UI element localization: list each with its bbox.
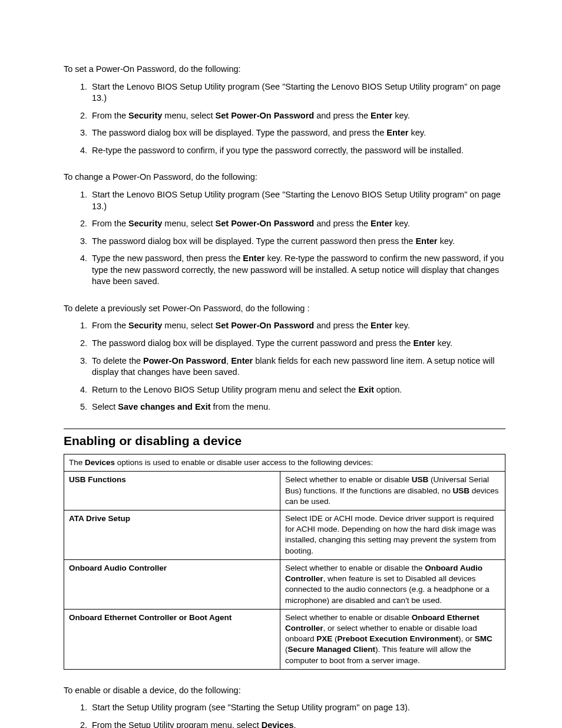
devices-table-body: USB FunctionsSelect whether to enable or… [64, 472, 505, 670]
page: To set a Power-On Password, do the follo… [0, 0, 562, 728]
device-desc-cell: Select whether to enable or disable the … [280, 559, 505, 609]
list-item: The password dialog box will be displaye… [90, 338, 505, 350]
enable-device-list: Start the Setup Utility program (see "St… [64, 702, 505, 728]
table-row: ATA Drive SetupSelect IDE or ACHI mode. … [64, 510, 505, 560]
list-item: Start the Setup Utility program (see "St… [90, 702, 505, 714]
section-heading: Enabling or disabling a device [64, 433, 505, 449]
device-desc-cell: Select whether to enable or disable Onbo… [280, 609, 505, 669]
change-password-list: Start the Lenovo BIOS Setup Utility prog… [64, 189, 505, 288]
device-name-cell: Onboard Ethernet Controller or Boot Agen… [64, 609, 280, 669]
section-rule [64, 429, 505, 429]
list-item: From the Setup Utility program menu, sel… [90, 720, 505, 728]
enable-device-intro: To enable or disable a device, do the fo… [64, 685, 505, 697]
list-item: Re-type the password to confirm, if you … [90, 145, 505, 157]
delete-password-intro: To delete a previously set Power-On Pass… [64, 303, 505, 315]
list-item: The password dialog box will be displaye… [90, 236, 505, 248]
device-name-cell: USB Functions [64, 472, 280, 510]
list-item: From the Security menu, select Set Power… [90, 218, 505, 230]
table-header: The Devices options is used to enable or… [64, 454, 505, 472]
device-desc-cell: Select IDE or ACHI mode. Device driver s… [280, 510, 505, 560]
device-name-cell: Onboard Audio Controller [64, 559, 280, 609]
table-row: Onboard Audio ControllerSelect whether t… [64, 559, 505, 609]
list-item: The password dialog box will be displaye… [90, 127, 505, 139]
device-name-cell: ATA Drive Setup [64, 510, 280, 560]
list-item: Start the Lenovo BIOS Setup Utility prog… [90, 81, 505, 104]
list-item: Return to the Lenovo BIOS Setup Utility … [90, 384, 505, 396]
list-item: Start the Lenovo BIOS Setup Utility prog… [90, 189, 505, 212]
table-row: Onboard Ethernet Controller or Boot Agen… [64, 609, 505, 669]
devices-table: The Devices options is used to enable or… [64, 454, 505, 670]
set-password-intro: To set a Power-On Password, do the follo… [64, 64, 505, 75]
table-row: USB FunctionsSelect whether to enable or… [64, 472, 505, 510]
delete-password-list: From the Security menu, select Set Power… [64, 320, 505, 413]
list-item: From the Security menu, select Set Power… [90, 320, 505, 332]
device-desc-cell: Select whether to enable or disable USB … [280, 472, 505, 510]
list-item: To delete the Power-On Password, Enter b… [90, 355, 505, 378]
change-password-intro: To change a Power-On Password, do the fo… [64, 172, 505, 183]
list-item: From the Security menu, select Set Power… [90, 110, 505, 122]
set-password-list: Start the Lenovo BIOS Setup Utility prog… [64, 81, 505, 157]
list-item: Select Save changes and Exit from the me… [90, 401, 505, 413]
list-item: Type the new password, then press the En… [90, 253, 505, 288]
